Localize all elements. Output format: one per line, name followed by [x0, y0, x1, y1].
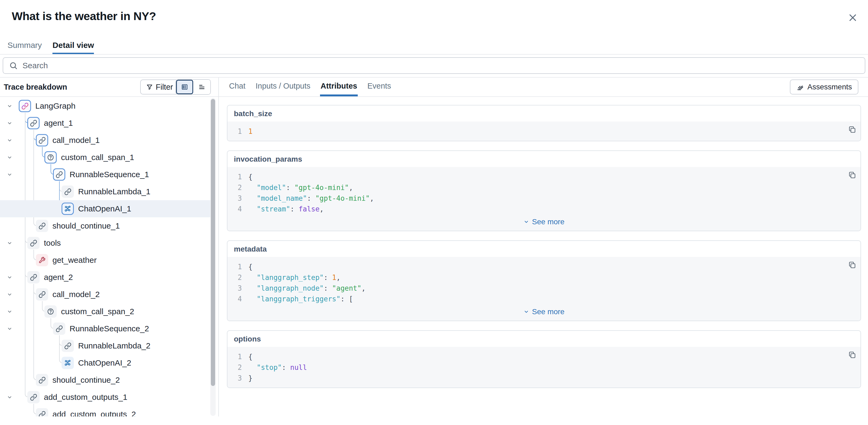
tree-row-agent_2[interactable]: agent_2 — [0, 269, 218, 286]
attribute-card-batch_size: batch_size11 — [227, 105, 861, 141]
tree-row-label: agent_1 — [44, 115, 73, 132]
line-number: 1 — [234, 352, 242, 362]
tree-row-agent_1[interactable]: agent_1 — [0, 115, 218, 132]
attribute-code-block: 11 — [227, 122, 861, 141]
chevron-down-icon[interactable] — [6, 274, 13, 280]
copy-icon[interactable] — [848, 351, 856, 359]
line-number: 1 — [234, 172, 242, 182]
copy-icon[interactable] — [848, 261, 856, 269]
code-line: 2 "stop": null — [234, 362, 854, 373]
detail-tab-inputs-outputs[interactable]: Inputs / Outputs — [255, 78, 311, 96]
chevron-down-icon[interactable] — [6, 171, 13, 178]
chevron-down-icon[interactable] — [6, 394, 13, 400]
timeline-icon — [198, 83, 206, 91]
line-number: 3 — [234, 373, 242, 384]
tree-row-label: ChatOpenAI_2 — [78, 354, 131, 371]
line-number: 3 — [234, 193, 242, 204]
tree-row-runnablelambda_2[interactable]: RunnableLambda_2 — [0, 337, 218, 354]
search-input[interactable] — [22, 61, 865, 70]
filter-button[interactable]: Filter — [140, 80, 179, 94]
tree-row-label: LangGraph — [35, 97, 75, 115]
see-more-chevron-icon — [523, 309, 529, 315]
assessments-button[interactable]: Assessments — [790, 80, 859, 94]
tree-row-runnablelambda_1[interactable]: RunnableLambda_1 — [0, 183, 218, 200]
code-content: "langgraph_triggers": [ — [248, 294, 353, 304]
chain-icon — [62, 185, 74, 198]
trace-tree: LangGraphagent_1call_model_1custom_call_… — [0, 97, 218, 417]
chevron-down-icon[interactable] — [6, 326, 13, 332]
line-number: 2 — [234, 272, 242, 283]
chain-icon — [53, 168, 65, 181]
detail-tab-chat[interactable]: Chat — [228, 78, 246, 96]
chevron-down-icon[interactable] — [6, 120, 13, 126]
chain-icon — [53, 323, 65, 335]
tree-row-should_continue_2[interactable]: should_continue_2 — [0, 371, 218, 389]
tree-row-label: custom_call_span_2 — [61, 303, 134, 320]
tree-row-label: should_continue_1 — [53, 217, 120, 235]
code-line: 3 "langgraph_node": "agent", — [234, 283, 854, 294]
filter-button-label: Filter — [156, 83, 173, 92]
chain-icon — [36, 288, 48, 301]
tree-row-call_model_1[interactable]: call_model_1 — [0, 132, 218, 149]
tab-summary[interactable]: Summary — [7, 37, 42, 55]
chevron-down-icon[interactable] — [6, 240, 13, 246]
span-list-view-button[interactable] — [176, 80, 193, 94]
code-content: { — [248, 172, 253, 182]
code-line: 1{ — [234, 352, 854, 362]
chevron-down-icon[interactable] — [6, 137, 13, 144]
see-more-button[interactable]: See more — [234, 304, 854, 316]
chain-icon — [27, 117, 40, 129]
tree-row-label: ChatOpenAI_1 — [78, 200, 131, 217]
tree-row-runnablesequence_1[interactable]: RunnableSequence_1 — [0, 166, 218, 183]
copy-icon[interactable] — [848, 171, 856, 179]
attribute-card-title: batch_size — [227, 105, 861, 122]
line-number: 1 — [234, 262, 242, 272]
line-number: 2 — [234, 182, 242, 193]
tree-row-langgraph[interactable]: LangGraph — [0, 97, 218, 115]
tree-row-add_custom_outputs_2[interactable]: add_custom_outputs_2 — [0, 406, 218, 417]
detail-tab-events[interactable]: Events — [367, 78, 392, 96]
code-content: "langgraph_step": 1, — [248, 272, 340, 283]
see-more-chevron-icon — [523, 219, 529, 225]
attribute-card-title: options — [227, 331, 861, 347]
chevron-down-icon[interactable] — [6, 154, 13, 160]
copy-icon[interactable] — [848, 125, 856, 134]
tree-row-chatopenai_1[interactable]: ChatOpenAI_1 — [0, 200, 218, 217]
tree-row-label: add_custom_outputs_1 — [44, 389, 127, 406]
close-icon[interactable] — [848, 12, 860, 24]
tree-scrollbar — [210, 98, 216, 416]
tree-row-chatopenai_2[interactable]: ChatOpenAI_2 — [0, 354, 218, 371]
tree-scrollbar-thumb[interactable] — [211, 99, 215, 386]
model-icon — [62, 203, 74, 215]
chevron-down-icon[interactable] — [6, 103, 13, 109]
see-more-button[interactable]: See more — [234, 214, 854, 227]
timeline-view-button[interactable] — [193, 80, 210, 94]
tree-row-runnablesequence_2[interactable]: RunnableSequence_2 — [0, 320, 218, 337]
tree-row-should_continue_1[interactable]: should_continue_1 — [0, 217, 218, 235]
code-content: { — [248, 352, 253, 362]
tab-detail-view[interactable]: Detail view — [53, 37, 94, 55]
code-content: { — [248, 262, 253, 272]
detail-tab-attributes[interactable]: Attributes — [320, 78, 358, 96]
code-content: 1 — [248, 126, 253, 137]
assessments-button-label: Assessments — [808, 83, 852, 91]
tree-row-custom_call_span_2[interactable]: custom_call_span_2 — [0, 303, 218, 320]
chevron-down-icon[interactable] — [6, 308, 13, 315]
chain-icon — [27, 271, 40, 283]
tree-row-get_weather[interactable]: get_weather — [0, 251, 218, 269]
code-line: 1{ — [234, 262, 854, 272]
tree-row-add_custom_outputs_1[interactable]: add_custom_outputs_1 — [0, 389, 218, 406]
tree-row-tools[interactable]: tools — [0, 235, 218, 251]
chain-icon — [36, 374, 48, 386]
attributes-panel: batch_size11invocation_params1{2 "model"… — [219, 97, 868, 417]
tree-row-call_model_2[interactable]: call_model_2 — [0, 286, 218, 303]
tree-row-custom_call_span_1[interactable]: custom_call_span_1 — [0, 149, 218, 166]
chevron-down-icon[interactable] — [6, 291, 13, 298]
trace-modal: What is the weather in NY? SummaryDetail… — [0, 0, 868, 425]
attribute-card-title: invocation_params — [227, 151, 861, 167]
chain-icon — [27, 237, 40, 249]
code-content: "model_name": "gpt-4o-mini", — [248, 193, 374, 204]
trace-breakdown-header: Trace breakdown Filter — [0, 78, 218, 97]
code-content: "stop": null — [248, 362, 307, 373]
line-number: 1 — [234, 126, 242, 137]
